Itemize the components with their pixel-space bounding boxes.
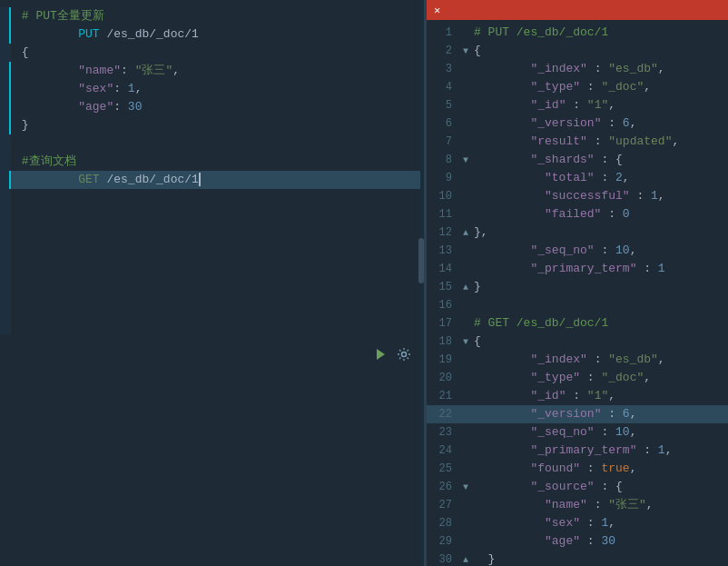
line-num-25: 25 <box>427 462 459 475</box>
line-num-11: 11 <box>427 208 459 221</box>
right-code-30: } <box>472 551 728 566</box>
line-num-5: 5 <box>427 99 459 112</box>
left-gutter-7 <box>0 116 11 134</box>
left-editor-panel[interactable]: # PUT全量更新 PUT /es_db/_doc/1 { "name": "张… <box>0 0 427 566</box>
line-num-17: 17 <box>427 317 459 330</box>
left-line-6: "age": 30 <box>0 98 424 116</box>
left-gutter-16 <box>0 280 11 298</box>
scroll-handle[interactable] <box>418 238 424 283</box>
line-num-4: 4 <box>427 81 459 94</box>
left-toolbar <box>371 345 413 363</box>
fold-30[interactable]: ▲ <box>459 555 472 565</box>
right-header: ✕ <box>427 0 728 20</box>
left-line-12 <box>0 207 424 225</box>
left-line-15 <box>0 262 424 280</box>
line-num-28: 28 <box>427 517 459 530</box>
svg-marker-0 <box>377 349 385 360</box>
left-gutter-5 <box>0 80 11 98</box>
left-code-7: } <box>11 116 420 134</box>
line-num-6: 6 <box>427 117 459 130</box>
right-line-15: 15 ▲ } <box>427 278 728 296</box>
left-gutter-13 <box>0 225 11 243</box>
left-code-8 <box>11 134 420 153</box>
left-gutter-9 <box>0 153 11 171</box>
right-editor-panel[interactable]: ✕ 1 # PUT /es_db/_doc/1 2 ▼ { 3 "_index"… <box>427 0 728 566</box>
line-num-8: 8 <box>427 154 459 166</box>
run-button[interactable] <box>371 345 389 363</box>
right-line-30: 30 ▲ } <box>427 551 728 566</box>
right-line-14: 14 "_primary_term" : 1 <box>427 260 728 278</box>
line-num-30: 30 <box>427 553 459 566</box>
line-num-7: 7 <box>427 135 459 148</box>
line-num-1: 1 <box>427 26 459 39</box>
line-num-3: 3 <box>427 63 459 75</box>
right-line-1: 1 # PUT /es_db/_doc/1 <box>427 24 728 42</box>
left-line-7: } <box>0 116 424 134</box>
left-gutter-12 <box>0 207 11 225</box>
line-num-16: 16 <box>427 299 459 312</box>
line-num-21: 21 <box>427 390 459 402</box>
right-line-17: 17 # GET /es_db/_doc/1 <box>427 314 728 333</box>
left-gutter-2 <box>0 25 11 44</box>
left-line-11 <box>0 189 424 207</box>
line-num-20: 20 <box>427 372 459 384</box>
line-num-13: 13 <box>427 244 459 257</box>
right-line-29: 29 "age" : 30 <box>427 532 728 551</box>
left-line-14 <box>0 243 424 262</box>
right-line-16: 16 <box>427 296 728 314</box>
line-num-24: 24 <box>427 444 459 457</box>
left-gutter-18 <box>0 316 11 334</box>
line-num-22: 22 <box>427 408 459 421</box>
right-code-editor[interactable]: 1 # PUT /es_db/_doc/1 2 ▼ { 3 "_index" :… <box>427 20 728 566</box>
left-gutter-11 <box>0 189 11 207</box>
error-icon: ✕ <box>434 4 440 17</box>
left-gutter-14 <box>0 243 11 262</box>
line-num-26: 26 <box>427 481 459 493</box>
line-num-10: 10 <box>427 190 459 203</box>
line-num-2: 2 <box>427 45 459 57</box>
fold-26[interactable]: ▼ <box>459 482 472 492</box>
wrench-button[interactable] <box>395 345 413 363</box>
line-num-23: 23 <box>427 426 459 439</box>
right-line-11: 11 "failed" : 0 <box>427 205 728 223</box>
left-code-editor[interactable]: # PUT全量更新 PUT /es_db/_doc/1 { "name": "张… <box>0 0 424 566</box>
fold-15[interactable]: ▲ <box>459 283 472 293</box>
left-line-17 <box>0 298 424 316</box>
left-line-16 <box>0 280 424 298</box>
right-code-15: } <box>472 278 728 296</box>
line-num-19: 19 <box>427 353 459 366</box>
right-code-17: # GET /es_db/_doc/1 <box>472 314 728 333</box>
line-num-18: 18 <box>427 335 459 348</box>
left-gutter-8 <box>0 134 11 153</box>
line-num-12: 12 <box>427 226 459 239</box>
fold-2[interactable]: ▼ <box>459 46 472 56</box>
left-gutter-15 <box>0 262 11 280</box>
left-gutter-17 <box>0 298 11 316</box>
left-line-18 <box>0 316 424 334</box>
line-num-27: 27 <box>427 499 459 511</box>
fold-8[interactable]: ▼ <box>459 155 472 165</box>
fold-18[interactable]: ▼ <box>459 337 472 347</box>
line-num-15: 15 <box>427 281 459 293</box>
line-num-14: 14 <box>427 263 459 275</box>
svg-point-1 <box>402 353 407 357</box>
left-gutter-3 <box>0 44 11 62</box>
left-gutter-4 <box>0 62 11 80</box>
left-line-13 <box>0 225 424 243</box>
left-line-10[interactable]: GET /es_db/_doc/1 <box>0 171 424 189</box>
line-num-29: 29 <box>427 535 459 548</box>
left-gutter-6 <box>0 98 11 116</box>
right-code-1: # PUT /es_db/_doc/1 <box>472 24 728 42</box>
fold-12[interactable]: ▲ <box>459 228 472 238</box>
line-num-9: 9 <box>427 172 459 184</box>
left-gutter-10 <box>0 171 11 189</box>
left-line-2: PUT /es_db/_doc/1 <box>0 25 424 44</box>
left-gutter-1 <box>0 7 11 25</box>
left-line-8 <box>0 134 424 153</box>
